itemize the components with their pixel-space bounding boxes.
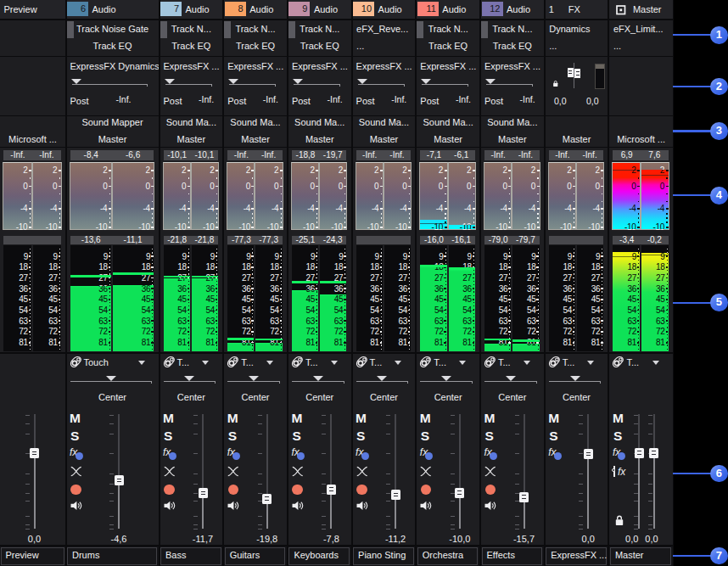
solo-button[interactable]: S bbox=[549, 429, 557, 443]
insert-fx-item[interactable]: ... bbox=[613, 41, 621, 52]
mute-button[interactable]: M bbox=[227, 412, 238, 425]
bus-send-mini-fader[interactable] bbox=[568, 68, 574, 77]
fader-handle[interactable] bbox=[455, 488, 464, 498]
pan-thumb[interactable] bbox=[184, 376, 194, 381]
mute-button[interactable]: M bbox=[163, 412, 174, 425]
mute-button[interactable]: M bbox=[613, 412, 624, 425]
automation-dropdown-chevron[interactable] bbox=[331, 361, 338, 365]
output-device-1[interactable]: Sound Mapper bbox=[67, 117, 159, 128]
scribble-strip-channel-12[interactable]: Effects bbox=[482, 547, 543, 565]
send-mode[interactable]: Post bbox=[420, 96, 439, 107]
pan-thumb[interactable] bbox=[249, 376, 259, 381]
automation-mode-label[interactable]: T... bbox=[563, 357, 575, 368]
fader-handle[interactable] bbox=[519, 492, 529, 502]
output-device-2[interactable]: Master bbox=[224, 134, 287, 145]
insert-fx-item[interactable]: ... bbox=[356, 41, 364, 52]
strip-header-channel-11[interactable]: 11Audio bbox=[417, 0, 479, 19]
mute-button[interactable]: M bbox=[70, 412, 81, 425]
fader-handle[interactable] bbox=[635, 448, 644, 458]
strip-header-channel-10[interactable]: 10Audio bbox=[353, 0, 416, 19]
insert-fx-item[interactable]: Track N... bbox=[417, 24, 479, 35]
fader-handle[interactable] bbox=[262, 494, 272, 504]
send-mode[interactable]: Post bbox=[356, 96, 375, 107]
send-fx-name[interactable]: ExpressFX ... bbox=[227, 61, 283, 72]
record-arm-button[interactable] bbox=[292, 485, 303, 496]
automation-dropdown-chevron[interactable] bbox=[138, 361, 145, 365]
pan-thumb[interactable] bbox=[506, 376, 516, 381]
output-device-2[interactable]: Microsoft ... bbox=[609, 134, 672, 145]
output-device-2[interactable]: Master bbox=[353, 134, 416, 145]
insert-fx-item[interactable]: Track EQ bbox=[224, 41, 287, 52]
fader-handle[interactable] bbox=[327, 485, 336, 495]
automation-dropdown-chevron[interactable] bbox=[266, 361, 273, 365]
output-device-2[interactable]: Master bbox=[67, 134, 159, 145]
solo-button[interactable]: S bbox=[228, 429, 237, 443]
scribble-strip-channel-11[interactable]: Orchestra bbox=[417, 547, 479, 565]
bus-send-mini-fader[interactable] bbox=[574, 69, 580, 78]
send-fx-name[interactable]: ExpressFX ... bbox=[164, 61, 220, 72]
output-device-1[interactable]: Sound Ma... bbox=[353, 117, 416, 128]
automation-mode-label[interactable]: Touch bbox=[84, 357, 109, 368]
strip-header-fx-bus-1[interactable]: 1FX bbox=[546, 0, 608, 19]
output-device-2[interactable]: Master bbox=[288, 134, 351, 145]
automation-mode-label[interactable]: T... bbox=[305, 357, 318, 368]
record-arm-button[interactable] bbox=[164, 485, 175, 496]
send-level-slider[interactable] bbox=[165, 84, 212, 85]
fader-handle[interactable] bbox=[649, 448, 658, 458]
solo-button[interactable]: S bbox=[292, 429, 300, 443]
output-device-1[interactable]: Sound Ma... bbox=[417, 117, 479, 128]
send-mode[interactable]: Post bbox=[227, 96, 246, 107]
insert-fx-item[interactable]: eFX_Reve... bbox=[356, 24, 408, 35]
send-mode[interactable]: Post bbox=[70, 96, 89, 107]
scribble-strip-channel-7[interactable]: Bass bbox=[160, 547, 221, 565]
send-fx-name[interactable]: ExpressFX ... bbox=[420, 61, 476, 72]
insert-fx-item[interactable]: Track N... bbox=[481, 24, 544, 35]
automation-mode-label[interactable]: T... bbox=[434, 357, 446, 368]
strip-header-channel-6[interactable]: 6Audio bbox=[67, 0, 159, 19]
automation-dropdown-chevron[interactable] bbox=[524, 361, 530, 365]
send-level-thumb[interactable] bbox=[293, 79, 303, 84]
record-arm-button[interactable] bbox=[228, 485, 239, 496]
send-level-thumb[interactable] bbox=[485, 79, 496, 84]
insert-fx-item[interactable]: Track N... bbox=[288, 24, 351, 35]
fader-handle[interactable] bbox=[199, 488, 208, 498]
pan-thumb[interactable] bbox=[377, 376, 387, 381]
scribble-strip-master[interactable]: Master bbox=[610, 547, 671, 565]
insert-fx-item[interactable]: Dynamics bbox=[549, 24, 590, 35]
send-level-slider[interactable] bbox=[422, 84, 468, 85]
output-device-1[interactable]: Sound Ma... bbox=[481, 117, 544, 128]
fader-handle[interactable] bbox=[30, 448, 39, 458]
send-fx-name[interactable]: ExpressFX ... bbox=[292, 61, 348, 72]
scribble-strip-channel-10[interactable]: Piano Sting bbox=[353, 547, 414, 565]
send-fx-name[interactable]: ExpressFX ... bbox=[356, 61, 412, 72]
automation-dropdown-chevron[interactable] bbox=[202, 361, 209, 365]
solo-button[interactable]: S bbox=[613, 429, 622, 443]
record-arm-button[interactable] bbox=[70, 485, 81, 496]
fader-handle[interactable] bbox=[391, 490, 400, 500]
insert-fx-item[interactable]: Track EQ bbox=[160, 41, 223, 52]
send-mode[interactable]: Post bbox=[484, 96, 503, 107]
send-level-thumb[interactable] bbox=[421, 79, 431, 84]
send-mode[interactable]: Post bbox=[292, 96, 311, 107]
scribble-strip-channel-9[interactable]: Keyboards bbox=[288, 547, 350, 565]
insert-fx-item[interactable]: Track EQ bbox=[67, 41, 159, 52]
insert-fx-item[interactable]: ... bbox=[549, 41, 557, 52]
mute-button[interactable]: M bbox=[548, 412, 559, 425]
strip-header-channel-8[interactable]: 8Audio bbox=[224, 0, 287, 19]
solo-button[interactable]: S bbox=[485, 429, 494, 443]
send-level-slider[interactable] bbox=[229, 84, 276, 85]
send-level-thumb[interactable] bbox=[165, 79, 175, 84]
output-device-2[interactable]: Master bbox=[160, 134, 223, 145]
mute-button[interactable]: M bbox=[291, 412, 302, 425]
insert-fx-item[interactable]: Track EQ bbox=[481, 41, 544, 52]
strip-header-preview[interactable]: Preview bbox=[0, 0, 65, 19]
automation-dropdown-chevron[interactable] bbox=[459, 361, 466, 365]
send-level-thumb[interactable] bbox=[71, 79, 81, 84]
scribble-strip-channel-6[interactable]: Drums bbox=[67, 547, 157, 565]
fader-handle[interactable] bbox=[115, 475, 124, 485]
automation-mode-label[interactable]: T... bbox=[498, 357, 511, 368]
solo-button[interactable]: S bbox=[356, 429, 365, 443]
output-device-1[interactable]: Sound Ma... bbox=[224, 117, 287, 128]
send-level-slider[interactable] bbox=[358, 84, 405, 85]
automation-mode-label[interactable]: T... bbox=[177, 357, 190, 368]
